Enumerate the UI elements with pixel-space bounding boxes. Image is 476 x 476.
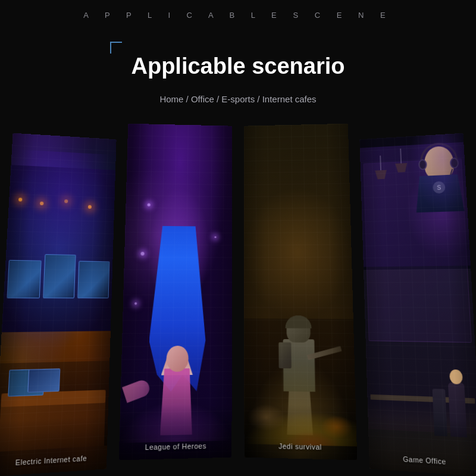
card-electric-internet-cafe[interactable]: Electric Internet cafe	[0, 133, 117, 476]
card-jedi-survival[interactable]: Jedi survival	[244, 124, 358, 461]
bottom-gradient-1	[0, 416, 108, 476]
bottom-gradient-2	[119, 404, 232, 461]
monitor-row	[7, 247, 110, 298]
main-title: Applicable scenario	[0, 54, 476, 79]
desk-computer-2	[27, 368, 60, 393]
char-arm	[122, 378, 152, 403]
monitor-3	[77, 261, 109, 298]
monitor-2	[43, 254, 76, 298]
sparkle-1	[148, 203, 151, 206]
card-league-of-heroes[interactable]: League of Heroes	[119, 124, 233, 461]
subtitle: Home / Office / E-sports / Internet cafe…	[0, 94, 476, 104]
screen-glow-behind	[409, 133, 468, 214]
sparkle-2	[214, 236, 216, 237]
bottom-gradient-4	[368, 416, 476, 476]
bottom-gradient-3	[244, 404, 357, 461]
monitor-1	[7, 259, 41, 298]
bracket-top-left	[110, 42, 122, 54]
sparkle-3	[134, 302, 136, 304]
cards-inner: Electric Internet cafe	[0, 119, 476, 472]
cards-wrapper: Electric Internet cafe	[0, 119, 476, 476]
card-game-office[interactable]: S Game Office	[359, 133, 476, 476]
applicable-scene-header: A P P L I C A B L E S C E N E	[0, 11, 476, 20]
battle-mid-haze	[244, 187, 353, 319]
